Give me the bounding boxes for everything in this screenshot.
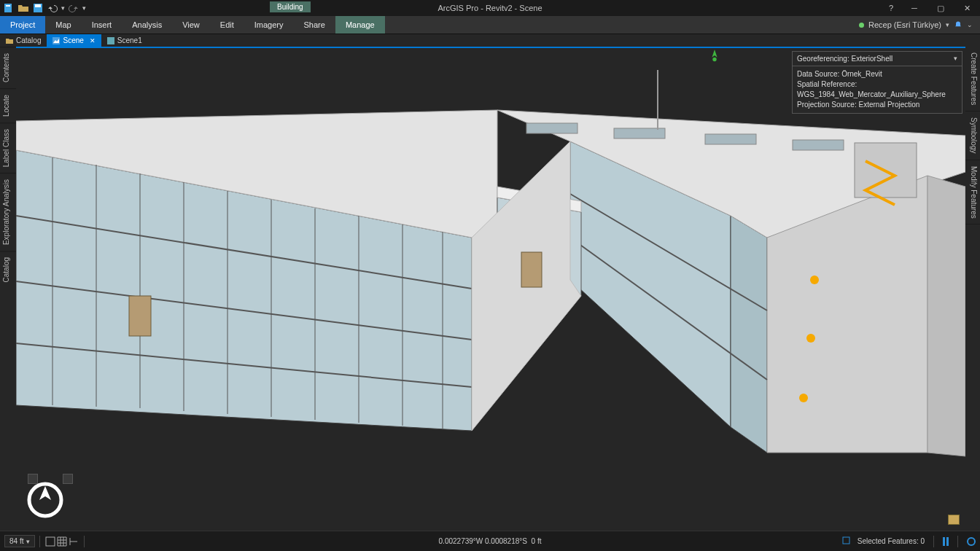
sidebar-modify-features[interactable]: Modify Features — [965, 160, 980, 225]
viewport-button-b[interactable] — [63, 474, 73, 484]
scale-selector[interactable]: 84 ft ▾ — [4, 535, 35, 547]
ribbon: Project Map Insert Analysis View Edit Im… — [0, 16, 980, 34]
svg-rect-0 — [4, 4, 12, 12]
user-status: Recep (Esri Türkiye) ▾ ⌄ — [859, 16, 980, 34]
svg-rect-41 — [129, 296, 151, 336]
tab-view[interactable]: View — [172, 16, 210, 34]
sidebar-catalog[interactable]: Catalog — [0, 251, 16, 288]
context-tab-building: Building — [270, 1, 311, 12]
info-spatial-ref: Spatial Reference: WGS_1984_Web_Mercator… — [797, 79, 957, 100]
svg-point-43 — [712, 58, 716, 61]
building-model — [16, 48, 965, 531]
ribbon-collapse-icon[interactable]: ⌄ — [967, 21, 973, 28]
info-projection-source: Projection Source: External Projection — [797, 100, 957, 110]
info-data-source: Data Source: Örnek_Revit — [797, 69, 957, 79]
view-tab-scene1[interactable]: Scene1 — [101, 34, 148, 47]
navigation-compass[interactable] — [26, 481, 64, 519]
scale-value: 84 ft — [9, 537, 23, 545]
tab-map[interactable]: Map — [45, 16, 81, 34]
svg-point-35 — [799, 394, 808, 402]
undo-icon[interactable] — [47, 2, 58, 14]
catalog-folder-icon[interactable] — [948, 515, 960, 525]
svg-rect-42 — [521, 252, 542, 287]
left-collapsed-panels: Contents Locate Label Class Exploratory … — [0, 47, 16, 531]
info-panel-title: Georeferencing: ExteriorShell — [797, 55, 892, 63]
tab-imagery[interactable]: Imagery — [244, 16, 294, 34]
tab-analysis[interactable]: Analysis — [122, 16, 172, 34]
status-dot-icon — [859, 23, 864, 28]
svg-rect-45 — [46, 537, 55, 546]
snapping-icon[interactable] — [44, 536, 56, 547]
redo-dropdown-icon[interactable]: ▾ — [82, 4, 86, 12]
refresh-drawing-icon[interactable] — [967, 537, 976, 546]
sidebar-exploratory-analysis[interactable]: Exploratory Analysis — [0, 173, 16, 251]
svg-rect-46 — [843, 537, 849, 544]
view-tab-scene1-label: Scene1 — [117, 36, 142, 44]
sidebar-label-class[interactable]: Label Class — [0, 122, 16, 173]
tab-share[interactable]: Share — [294, 16, 335, 34]
svg-point-34 — [806, 334, 815, 343]
tab-manage[interactable]: Manage — [335, 16, 385, 34]
close-icon[interactable]: ✕ — [954, 0, 980, 16]
view-tab-catalog-label: Catalog — [16, 36, 41, 44]
scene-icon — [107, 37, 114, 44]
svg-rect-38 — [705, 134, 756, 144]
help-icon[interactable]: ? — [881, 0, 901, 16]
title-bar: ▾ ▾ Building ArcGIS Pro - Revitv2 - Scen… — [0, 0, 980, 16]
app-title: ArcGIS Pro - Revitv2 - Scene — [438, 4, 542, 12]
view-tab-catalog[interactable]: Catalog — [0, 34, 47, 47]
view-tab-scene-label: Scene — [63, 36, 83, 44]
new-project-icon[interactable] — [3, 2, 15, 14]
folder-icon — [6, 37, 13, 44]
scene-icon — [52, 37, 60, 44]
grid-icon[interactable] — [56, 536, 68, 547]
svg-rect-5 — [107, 37, 114, 44]
view-tab-scene[interactable]: Scene ✕ — [47, 34, 101, 47]
constraint-icon[interactable] — [68, 536, 79, 547]
maximize-icon[interactable]: ▢ — [928, 0, 954, 16]
tab-project[interactable]: Project — [0, 16, 45, 34]
info-panel-collapse-icon[interactable]: ▾ — [954, 55, 957, 63]
save-icon[interactable] — [32, 2, 44, 14]
status-bar: 84 ft ▾ 0.0022739°W 0.0008218°S 0 ft Sel… — [0, 531, 980, 551]
svg-rect-3 — [35, 4, 41, 7]
undo-dropdown-icon[interactable]: ▾ — [61, 4, 65, 12]
svg-marker-23 — [731, 216, 767, 453]
svg-rect-37 — [614, 128, 665, 138]
north-marker-icon[interactable] — [709, 50, 720, 64]
georeferencing-info-panel: Georeferencing: ExteriorShell ▾ Data Sou… — [792, 51, 962, 114]
open-project-icon[interactable] — [18, 2, 29, 14]
sidebar-create-features[interactable]: Create Features — [965, 47, 980, 112]
sidebar-locate[interactable]: Locate — [0, 88, 16, 122]
sidebar-contents[interactable]: Contents — [0, 47, 16, 88]
user-name[interactable]: Recep (Esri Türkiye) — [868, 20, 941, 29]
svg-rect-1 — [6, 5, 10, 7]
minimize-icon[interactable]: ─ — [901, 0, 928, 16]
tab-insert[interactable]: Insert — [82, 16, 122, 34]
pause-drawing-icon[interactable] — [943, 537, 949, 546]
right-collapsed-panels: Create Features Symbology Modify Feature… — [965, 47, 980, 531]
scene-viewport[interactable]: Georeferencing: ExteriorShell ▾ Data Sou… — [16, 47, 965, 531]
sidebar-symbology[interactable]: Symbology — [965, 112, 980, 160]
svg-rect-39 — [793, 140, 844, 150]
selected-features-label: Selected Features: 0 — [858, 537, 925, 545]
notifications-icon[interactable] — [954, 20, 962, 29]
selection-icon[interactable] — [841, 536, 853, 547]
user-dropdown-icon[interactable]: ▾ — [946, 21, 949, 28]
tab-edit[interactable]: Edit — [210, 16, 244, 34]
view-tab-scene-close-icon[interactable]: ✕ — [90, 37, 96, 44]
view-tabs: Catalog Scene ✕ Scene1 — [0, 34, 980, 47]
svg-rect-36 — [526, 123, 578, 133]
svg-marker-26 — [928, 176, 965, 456]
svg-point-33 — [810, 276, 819, 284]
scale-dropdown-icon[interactable]: ▾ — [26, 538, 30, 545]
redo-icon[interactable] — [68, 2, 79, 14]
coordinate-readout: 0.0022739°W 0.0008218°S 0 ft — [439, 537, 542, 545]
